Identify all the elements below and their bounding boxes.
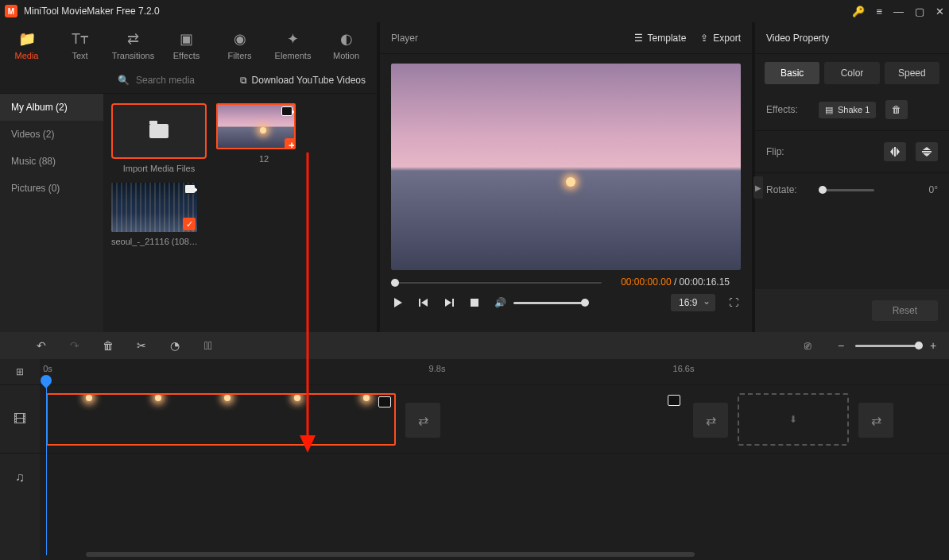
timeline-clip-1[interactable] (46, 393, 396, 446)
property-title: Video Property (755, 22, 949, 54)
video-track[interactable]: ⇄ ⇄ ⬇ ⇄ (40, 384, 949, 453)
playhead[interactable] (46, 359, 52, 560)
crop-button[interactable]: ✂⃞ (200, 339, 216, 352)
album-my-album[interactable]: My Album (2) (0, 94, 103, 121)
template-button[interactable]: ☰ Template (634, 33, 687, 44)
search-icon: 🔍 (118, 75, 130, 86)
add-to-timeline-button[interactable]: + (285, 138, 296, 149)
zoom-in-button[interactable]: + (925, 339, 941, 352)
download-youtube-link[interactable]: ⧉ Download YouTube Videos (240, 75, 377, 86)
flip-horizontal-button[interactable] (884, 142, 906, 161)
clip-layers-icon (380, 398, 391, 407)
export-button[interactable]: ⇪ Export (700, 33, 741, 44)
collapse-property-button[interactable]: ▶ (753, 176, 763, 199)
transition-slot-3[interactable]: ⇄ (858, 403, 893, 438)
progress-track[interactable] (391, 281, 602, 284)
tab-transitions[interactable]: ⇄ Transitions (107, 27, 160, 67)
download-icon: ⧉ (240, 75, 247, 86)
timeline-clip-2[interactable] (437, 393, 684, 446)
tab-effects[interactable]: ▣ Effects (160, 27, 213, 67)
progress-knob[interactable] (391, 279, 399, 287)
svg-rect-2 (471, 299, 478, 307)
delete-effect-button[interactable]: 🗑 (885, 100, 908, 119)
tab-filters[interactable]: ◉ Filters (213, 27, 266, 67)
titlebar: M MiniTool MovieMaker Free 7.2.0 🔑 ≡ — ▢… (0, 0, 949, 22)
rotate-value: 0° (929, 184, 938, 195)
import-media-tile[interactable]: Import Media Files (111, 103, 207, 173)
tab-text[interactable]: Tᴛ Text (53, 27, 107, 67)
next-frame-button[interactable] (442, 295, 456, 310)
player-panel: Player ☰ Template ⇪ Export 00:00:00.00 (380, 22, 755, 332)
search-input[interactable] (134, 74, 230, 87)
album-music[interactable]: Music (88) (0, 148, 103, 175)
clip-layers-icon (669, 396, 680, 406)
tab-motion[interactable]: ◐ Motion (320, 27, 373, 67)
motion-icon: ◐ (320, 30, 373, 48)
maximize-button[interactable]: ▢ (915, 6, 924, 17)
transition-slot-1[interactable]: ⇄ (405, 403, 440, 438)
effect-name: Shake 1 (838, 105, 870, 114)
zoom-out-button[interactable]: − (833, 339, 849, 352)
media-grid: Import Media Files + 12 (103, 94, 377, 256)
tab-label: Transitions (112, 51, 154, 60)
flip-vertical-button[interactable] (916, 142, 938, 161)
folder-icon: 📁 (0, 30, 53, 48)
minimize-button[interactable]: — (893, 6, 904, 17)
timeline-ruler[interactable]: 0s 9.8s 16.6s (40, 359, 949, 384)
timeline: ⊞ 🎞 ♫ 0s 9.8s 16.6s ⇄ (0, 359, 949, 560)
stop-button[interactable] (467, 295, 482, 310)
preview-viewport[interactable] (391, 64, 741, 270)
media-clip-1[interactable]: + 12 (216, 103, 312, 173)
delete-button[interactable]: 🗑 (100, 339, 116, 352)
volume-icon[interactable]: 🔊 (493, 295, 507, 310)
drop-placeholder[interactable]: ⬇ (738, 393, 849, 446)
folder-icon (149, 124, 168, 138)
prop-tab-basic[interactable]: Basic (765, 62, 819, 84)
zoom-slider[interactable] (855, 345, 919, 347)
template-icon: ☰ (634, 33, 643, 44)
volume-slider[interactable] (513, 302, 585, 304)
effect-stack-icon: ▤ (825, 105, 833, 115)
close-button[interactable]: ✕ (935, 6, 944, 17)
text-icon: Tᴛ (53, 30, 107, 48)
audio-track[interactable] (40, 453, 949, 500)
menu-icon[interactable]: ≡ (876, 6, 882, 17)
album-pictures[interactable]: Pictures (0) (0, 175, 103, 202)
tab-media[interactable]: 📁 Media (0, 27, 53, 67)
split-button[interactable]: ✂ (134, 339, 149, 352)
fit-timeline-button[interactable]: ⎚ (800, 339, 815, 352)
reset-button[interactable]: Reset (872, 300, 938, 321)
media-clip-2[interactable]: ✓ seoul_-_21116 (108...) (111, 183, 199, 246)
speed-button[interactable]: ◔ (167, 339, 183, 352)
effect-chip[interactable]: ▤ Shake 1 (819, 102, 876, 118)
add-track-button[interactable]: ⊞ (0, 359, 40, 384)
svg-rect-0 (419, 299, 420, 307)
redo-button[interactable]: ↷ (67, 339, 83, 352)
fullscreen-button[interactable]: ⛶ (726, 295, 741, 310)
transition-slot-2[interactable]: ⇄ (693, 403, 728, 438)
export-icon: ⇪ (700, 33, 708, 44)
pro-key-icon[interactable]: 🔑 (852, 6, 865, 17)
tab-elements[interactable]: ✦ Elements (266, 27, 320, 67)
rotate-slider[interactable] (819, 189, 874, 191)
play-button[interactable] (391, 295, 405, 310)
prop-tab-color[interactable]: Color (824, 62, 879, 84)
aspect-ratio-select[interactable]: 16:9 (671, 294, 715, 311)
prop-tab-speed[interactable]: Speed (885, 62, 939, 84)
player-title: Player (391, 33, 620, 44)
import-label: Import Media Files (111, 164, 207, 173)
tab-label: Media (15, 51, 39, 60)
prev-frame-button[interactable] (416, 295, 431, 310)
timeline-scrollbar[interactable] (79, 552, 949, 558)
search-box[interactable]: 🔍 (103, 74, 240, 87)
youtube-link-label: Download YouTube Videos (252, 75, 366, 86)
svg-rect-3 (894, 147, 896, 156)
svg-rect-1 (452, 299, 454, 307)
clip-label: 12 (216, 154, 312, 164)
album-videos[interactable]: Videos (2) (0, 121, 103, 148)
video-track-icon: 🎞 (0, 384, 40, 453)
media-subbar: 🔍 ⧉ Download YouTube Videos (0, 67, 377, 94)
video-badge-icon (281, 106, 292, 116)
undo-button[interactable]: ↶ (33, 339, 49, 352)
clip-label: seoul_-_21116 (108...) (111, 237, 199, 246)
